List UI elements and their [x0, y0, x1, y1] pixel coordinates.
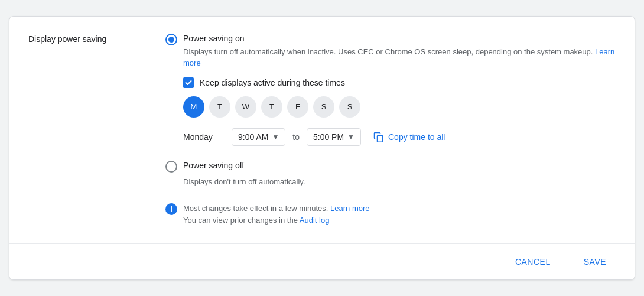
to-label: to: [292, 132, 300, 142]
power-on-label: Power saving on: [183, 33, 616, 45]
copy-icon: [373, 131, 385, 143]
power-saving-off-option[interactable]: Power saving off: [165, 160, 616, 173]
days-row: M T W T F S: [183, 96, 616, 118]
card-body: Display power saving Power saving on Dis…: [9, 17, 635, 243]
keep-displays-label: Keep displays active during these times: [200, 78, 345, 87]
power-on-radio[interactable]: [165, 34, 177, 45]
end-time-value: 5:00 PM: [313, 132, 344, 142]
svg-rect-0: [377, 135, 382, 142]
day-label: Monday: [183, 132, 225, 142]
card-footer: CANCEL SAVE: [9, 243, 635, 279]
power-saving-on-option[interactable]: Power saving on Displays turn off automa…: [165, 33, 616, 69]
save-button[interactable]: SAVE: [570, 252, 620, 271]
keep-displays-checkbox[interactable]: [183, 77, 194, 88]
power-off-description: Displays don't turn off automatically.: [183, 177, 616, 186]
day-wednesday[interactable]: W: [235, 96, 256, 118]
start-time-arrow-icon: ▼: [272, 133, 279, 141]
setting-row: Display power saving Power saving on Dis…: [28, 33, 616, 227]
cancel-button[interactable]: CANCEL: [501, 252, 565, 271]
power-off-text: Power saving off: [183, 160, 244, 172]
end-time-select[interactable]: 5:00 PM ▼: [307, 128, 361, 146]
time-row: Monday 9:00 AM ▼ to 5:00 PM ▼: [183, 128, 616, 146]
info-line1: Most changes take effect in a few minute…: [183, 204, 328, 213]
power-on-desc-text: Displays turn off automatically when ina…: [183, 47, 593, 56]
end-time-arrow-icon: ▼: [347, 133, 354, 141]
day-saturday[interactable]: S: [313, 96, 334, 118]
info-text: Most changes take effect in a few minute…: [183, 203, 370, 227]
power-off-radio[interactable]: [165, 161, 177, 173]
info-learn-more-link[interactable]: Learn more: [330, 204, 369, 213]
setting-content: Power saving on Displays turn off automa…: [165, 33, 616, 227]
power-off-label: Power saving off: [183, 160, 244, 172]
info-icon: i: [165, 203, 177, 215]
setting-label: Display power saving: [28, 33, 147, 44]
day-thursday[interactable]: T: [261, 96, 282, 118]
power-on-text: Power saving on Displays turn off automa…: [183, 33, 616, 69]
day-friday[interactable]: F: [287, 96, 308, 118]
start-time-select[interactable]: 9:00 AM ▼: [232, 128, 285, 146]
day-tuesday[interactable]: T: [209, 96, 230, 118]
info-line2-prefix: You can view prior changes in the: [183, 216, 298, 225]
copy-time-button[interactable]: Copy time to all: [373, 131, 445, 143]
audit-log-link[interactable]: Audit log: [300, 216, 330, 225]
day-monday[interactable]: M: [183, 96, 204, 118]
settings-card: Display power saving Power saving on Dis…: [9, 16, 635, 280]
power-on-description: Displays turn off automatically when ina…: [183, 46, 616, 69]
day-sunday[interactable]: S: [339, 96, 360, 118]
keep-displays-row[interactable]: Keep displays active during these times: [183, 77, 616, 88]
info-section: i Most changes take effect in a few minu…: [165, 203, 616, 227]
copy-time-label: Copy time to all: [388, 132, 445, 142]
start-time-value: 9:00 AM: [238, 132, 268, 142]
